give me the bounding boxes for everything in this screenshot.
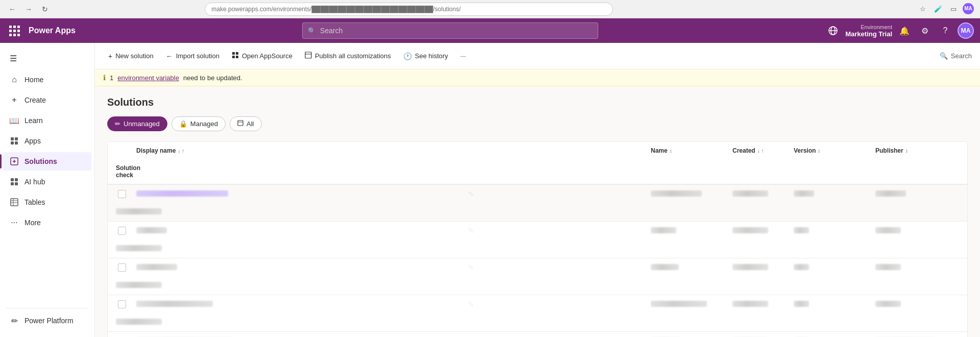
sidebar-divider: [6, 308, 88, 308]
toolbar: + New solution ← Import solution Open Ap…: [95, 43, 980, 69]
svg-rect-18: [232, 56, 235, 58]
browser-user-avatar[interactable]: MA: [963, 3, 974, 14]
sidebar-bottom: ✏ Power Platform: [0, 305, 94, 337]
sidebar-toggle-button[interactable]: ▭: [947, 3, 960, 15]
settings-button[interactable]: ⚙: [917, 22, 933, 39]
row-checkbox[interactable]: [112, 222, 132, 240]
user-avatar[interactable]: MA: [958, 22, 974, 39]
refresh-button[interactable]: ↻: [39, 3, 51, 15]
url-text: make.powerapps.com/environments/████████…: [211, 6, 460, 13]
row-version: [790, 296, 871, 314]
row-created: [728, 185, 790, 203]
extension-button[interactable]: 🧪: [932, 3, 944, 15]
th-created[interactable]: Created ↓ ↑: [728, 142, 790, 159]
sidebar-item-create[interactable]: + Create: [3, 91, 91, 109]
global-search-input[interactable]: [320, 27, 593, 35]
th-publisher[interactable]: Publisher ↕: [871, 142, 963, 159]
open-appsource-icon: [232, 52, 239, 60]
th-display-name[interactable]: Display name ↓ ↑: [132, 142, 296, 159]
environment-icon: [825, 22, 841, 39]
blurred-version: [794, 190, 814, 197]
th-version-label: Version: [794, 147, 816, 154]
checkbox[interactable]: [118, 190, 126, 198]
new-solution-button[interactable]: + New solution: [103, 49, 159, 63]
checkbox[interactable]: [118, 263, 126, 272]
global-search-bar[interactable]: 🔍: [302, 22, 598, 39]
checkbox[interactable]: [118, 227, 126, 235]
sidebar-item-tables[interactable]: Tables: [3, 193, 91, 211]
sidebar-item-power-platform-label: Power Platform: [24, 317, 74, 325]
checkbox[interactable]: [118, 300, 126, 308]
row-created: [728, 259, 790, 277]
help-button[interactable]: ?: [937, 22, 953, 39]
th-solution-check[interactable]: Solution check: [112, 159, 132, 184]
browser-bar: ← → ↻ make.powerapps.com/environments/██…: [0, 0, 980, 18]
sidebar: ☰ ⌂ Home + Create 📖 Learn Apps: [0, 43, 95, 337]
sidebar-item-home-label: Home: [24, 76, 43, 84]
waffle-menu-button[interactable]: [6, 22, 22, 39]
more-icon: ···: [9, 218, 19, 228]
row-checkbox[interactable]: [112, 185, 132, 203]
table-header: Display name ↓ ↑ Name ↕ Created ↓ ↑ Vers…: [108, 142, 967, 185]
table-row[interactable]: ✎: [108, 295, 967, 332]
search-icon: 🔍: [308, 27, 316, 35]
svg-rect-16: [232, 52, 235, 55]
see-history-button[interactable]: 🕐 See history: [398, 49, 453, 63]
created-sort-icon: ↓ ↑: [757, 148, 764, 154]
sidebar-item-learn[interactable]: 📖 Learn: [3, 111, 91, 130]
env-name: Marketing Trial: [845, 30, 892, 38]
warning-link[interactable]: environment variable: [117, 74, 179, 82]
sidebar-item-ai-hub[interactable]: AI hub: [3, 173, 91, 191]
blurred-version: [794, 227, 809, 233]
row-checkbox[interactable]: [112, 295, 132, 314]
table-row[interactable]: ✎: [108, 258, 967, 295]
open-appsource-button[interactable]: Open AppSource: [227, 49, 298, 63]
sidebar-collapse-button[interactable]: ☰: [4, 49, 22, 67]
table-row[interactable]: ✎: [108, 332, 967, 337]
filter-tab-managed[interactable]: 🔒 Managed: [172, 116, 226, 131]
notification-button[interactable]: 🔔: [896, 22, 913, 39]
bookmark-button[interactable]: ☆: [917, 3, 929, 15]
name-sort-icon: ↕: [670, 148, 672, 154]
row-publisher: [871, 222, 963, 240]
sidebar-item-more-label: More: [24, 219, 41, 227]
row-solution-check: [112, 240, 132, 258]
sidebar-item-more[interactable]: ··· More: [3, 213, 91, 232]
import-solution-button[interactable]: ← Import solution: [161, 49, 225, 63]
table-row[interactable]: ✎: [108, 222, 967, 258]
row-checkbox[interactable]: [112, 258, 132, 277]
th-name[interactable]: Name ↕: [647, 142, 728, 159]
blurred-check: [116, 282, 162, 288]
blurred-created: [732, 190, 768, 197]
svg-rect-22: [238, 121, 243, 126]
row-checkbox[interactable]: [112, 332, 132, 337]
row-created: [728, 222, 790, 240]
content-area: + New solution ← Import solution Open Ap…: [95, 43, 980, 337]
sidebar-item-power-platform[interactable]: ✏ Power Platform: [3, 311, 91, 330]
filter-tab-all[interactable]: All: [230, 116, 261, 131]
th-version[interactable]: Version ↕: [790, 142, 871, 159]
sidebar-item-create-label: Create: [24, 96, 46, 104]
warning-icon: ℹ: [103, 74, 106, 82]
more-actions-button[interactable]: ···: [455, 49, 471, 63]
all-icon: [237, 120, 243, 128]
blurred-created: [732, 301, 768, 307]
see-history-label: See history: [415, 52, 448, 60]
sidebar-item-home[interactable]: ⌂ Home: [3, 70, 91, 89]
sidebar-item-tables-label: Tables: [24, 198, 45, 206]
sidebar-item-solutions[interactable]: Solutions: [3, 152, 91, 171]
blurred-version: [794, 301, 809, 307]
open-appsource-label: Open AppSource: [242, 52, 292, 60]
row-created: [728, 296, 790, 314]
environment-info: Environment Marketing Trial: [845, 24, 892, 38]
sidebar-item-apps[interactable]: Apps: [3, 132, 91, 150]
svg-rect-4: [15, 137, 18, 140]
publish-all-button[interactable]: Publish all customizations: [300, 49, 396, 63]
back-button[interactable]: ←: [6, 3, 18, 15]
th-publisher-label: Publisher: [875, 147, 903, 154]
toolbar-search[interactable]: 🔍 Search: [940, 52, 972, 60]
filter-tab-unmanaged[interactable]: ✏ Unmanaged: [107, 116, 167, 131]
address-bar[interactable]: make.powerapps.com/environments/████████…: [205, 3, 613, 16]
table-row[interactable]: ✎: [108, 185, 967, 222]
forward-button[interactable]: →: [22, 3, 35, 15]
